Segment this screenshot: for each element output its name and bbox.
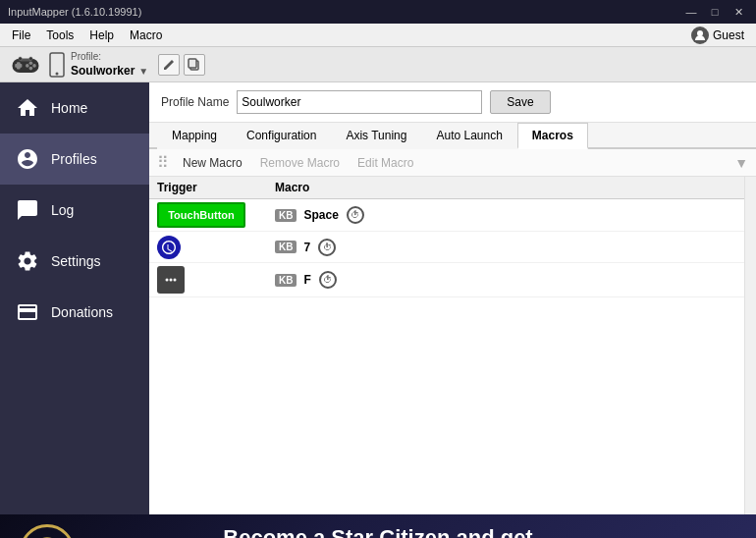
sidebar-label-donations: Donations xyxy=(51,304,113,320)
sidebar-label-profiles: Profiles xyxy=(51,151,97,167)
guest-label: Guest xyxy=(713,28,744,42)
tab-axis-tuning[interactable]: Axis Tuning xyxy=(331,123,421,149)
kb-badge: KB xyxy=(275,209,297,222)
timer-icon-2[interactable]: ⏱ xyxy=(318,239,336,256)
profile-label: Profile: xyxy=(71,51,148,62)
settings-icon xyxy=(14,247,41,275)
menu-help[interactable]: Help xyxy=(81,27,122,44)
sidebar-item-log[interactable]: Log xyxy=(0,185,149,236)
edit-macro-button[interactable]: Edit Macro xyxy=(350,154,421,172)
menu-macro[interactable]: Macro xyxy=(122,27,170,44)
copy-icon xyxy=(188,58,201,72)
table-row: KB 7 ⏱ xyxy=(149,232,744,263)
table-row: KB F ⏱ xyxy=(149,263,744,297)
kb-badge: KB xyxy=(275,241,297,253)
ad-content: Become a Star Citizen and get 5,000 free… xyxy=(203,524,552,538)
row1-trigger: TouchButton xyxy=(157,202,275,228)
profile-name-label: Profile Name xyxy=(161,95,229,109)
save-button[interactable]: Save xyxy=(490,90,550,114)
svg-point-4 xyxy=(29,61,33,65)
device-icon xyxy=(49,52,65,78)
kb-badge: KB xyxy=(275,274,297,287)
tab-macros[interactable]: Macros xyxy=(517,123,588,149)
scrollbar[interactable] xyxy=(744,177,756,514)
svg-point-10 xyxy=(29,56,33,60)
svg-point-15 xyxy=(166,279,169,282)
tab-mapping[interactable]: Mapping xyxy=(157,123,232,149)
table-header: Trigger Macro xyxy=(149,177,744,199)
macro-header: Macro xyxy=(275,181,736,194)
svg-point-7 xyxy=(29,66,33,70)
edit-profile-button[interactable] xyxy=(158,54,180,76)
edit-icon xyxy=(162,58,176,72)
timer-icon[interactable]: ⏱ xyxy=(347,206,364,224)
menu-items: File Tools Help Macro xyxy=(4,27,170,44)
menu-tools[interactable]: Tools xyxy=(38,27,81,44)
log-icon xyxy=(14,196,41,224)
ad-title: Become a Star Citizen and get xyxy=(223,524,532,538)
sidebar-label-home: Home xyxy=(51,100,87,116)
sidebar-item-profiles[interactable]: Profiles xyxy=(0,134,149,185)
star-citizen-logo: STAR CITIZEN xyxy=(20,524,75,538)
donations-icon xyxy=(14,298,41,326)
profile-dropdown[interactable]: Soulworker ▼ xyxy=(71,64,148,78)
content: Profile Name Save Mapping Configuration … xyxy=(149,82,756,514)
row3-trigger xyxy=(157,266,275,294)
svg-point-5 xyxy=(32,64,36,68)
svg-point-12 xyxy=(56,72,59,75)
profile-name-area: Profile: Soulworker ▼ xyxy=(71,51,148,78)
profile-name-row: Profile Name Save xyxy=(149,82,756,123)
ad-banner[interactable]: STAR CITIZEN Become a Star Citizen and g… xyxy=(0,514,756,538)
main-layout: Home Profiles Log Settings Donations xyxy=(0,82,756,514)
trigger-header: Trigger xyxy=(157,181,275,194)
key-space: Space xyxy=(303,208,338,222)
svg-point-9 xyxy=(19,56,23,60)
sidebar-item-settings[interactable]: Settings xyxy=(0,236,149,287)
minimize-button[interactable]: — xyxy=(681,4,701,20)
row2-trigger xyxy=(157,236,275,259)
tab-auto-launch[interactable]: Auto Launch xyxy=(421,123,516,149)
new-macro-button[interactable]: New Macro xyxy=(175,154,250,172)
key-f: F xyxy=(303,273,310,287)
sidebar-item-donations[interactable]: Donations xyxy=(0,287,149,338)
menu-file[interactable]: File xyxy=(4,27,38,44)
home-icon xyxy=(14,94,41,122)
profile-name-input[interactable] xyxy=(237,90,482,114)
sidebar-item-home[interactable]: Home xyxy=(0,82,149,134)
guest-area: Guest xyxy=(691,27,752,44)
key-7: 7 xyxy=(303,241,310,254)
profiles-icon xyxy=(14,145,41,173)
svg-point-16 xyxy=(170,279,173,282)
options-button-icon[interactable] xyxy=(157,266,185,294)
toolbar-handle: ⠿ xyxy=(157,153,169,172)
sidebar-label-log: Log xyxy=(51,202,74,218)
tabs: Mapping Configuration Axis Tuning Auto L… xyxy=(149,123,756,149)
row2-macro: KB 7 ⏱ xyxy=(275,239,736,256)
macro-table: Trigger Macro TouchButton KB Space ⏱ xyxy=(149,177,744,514)
svg-point-17 xyxy=(174,279,177,282)
close-button[interactable]: ✕ xyxy=(729,4,748,20)
touchbutton-trigger[interactable]: TouchButton xyxy=(157,202,245,228)
sc-circle xyxy=(20,524,75,538)
macro-content: Trigger Macro TouchButton KB Space ⏱ xyxy=(149,177,756,514)
ps-button-icon[interactable] xyxy=(157,236,181,259)
svg-point-6 xyxy=(26,64,29,68)
sidebar: Home Profiles Log Settings Donations xyxy=(0,82,149,514)
titlebar-title: InputMapper (1.6.10.19991) xyxy=(8,6,141,18)
maximize-button[interactable]: □ xyxy=(705,4,725,20)
row3-macro: KB F ⏱ xyxy=(275,271,736,289)
profile-bar: Profile: Soulworker ▼ xyxy=(0,47,756,82)
tab-configuration[interactable]: Configuration xyxy=(232,123,331,149)
timer-icon-3[interactable]: ⏱ xyxy=(319,271,337,289)
sidebar-label-settings: Settings xyxy=(51,253,101,269)
svg-rect-14 xyxy=(189,59,196,68)
svg-rect-3 xyxy=(15,64,22,68)
controller-icon xyxy=(8,47,43,82)
table-row: TouchButton KB Space ⏱ xyxy=(149,199,744,232)
profile-dropdown-name: Soulworker xyxy=(71,64,135,78)
titlebar: InputMapper (1.6.10.19991) — □ ✕ xyxy=(0,0,756,24)
copy-profile-button[interactable] xyxy=(184,54,205,76)
profile-actions xyxy=(158,54,205,76)
remove-macro-button[interactable]: Remove Macro xyxy=(252,154,348,172)
row1-macro: KB Space ⏱ xyxy=(275,206,736,224)
